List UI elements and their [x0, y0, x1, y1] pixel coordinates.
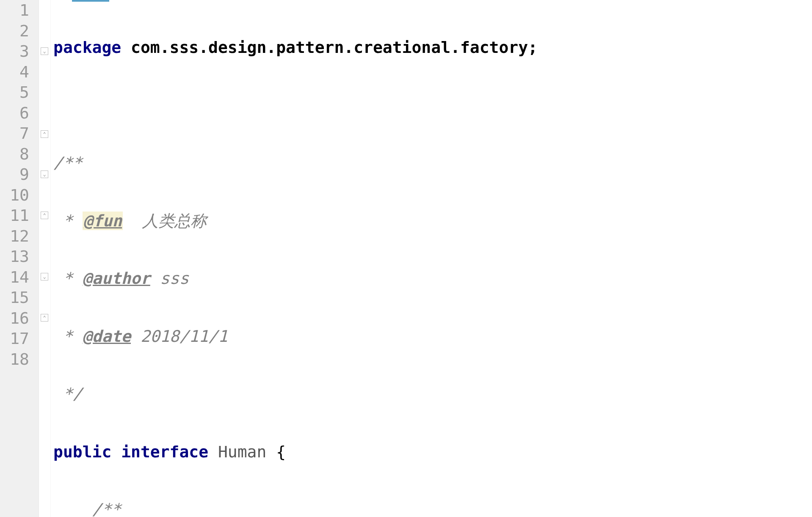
line-number[interactable]: 13	[0, 246, 29, 267]
line-number[interactable]: 12	[0, 226, 29, 247]
line-number[interactable]: 3	[0, 41, 29, 62]
fold-toggle-icon[interactable]	[41, 130, 48, 138]
fold-toggle-icon[interactable]	[41, 314, 48, 322]
line-number[interactable]: 2	[0, 21, 29, 41]
javadoc-tag-fun: @fun	[83, 212, 123, 230]
javadoc-text: 2018/11/1	[131, 327, 228, 346]
line-number-gutter: 1 2 3 4 5 6 7 8 9 10 11 12 13 14 15 16 1…	[0, 0, 39, 517]
code-line[interactable]: package com.sss.design.pattern.creationa…	[53, 37, 812, 58]
code-line[interactable]: * @fun 人类总称	[53, 211, 812, 231]
line-number[interactable]: 18	[0, 349, 29, 370]
keyword-interface: interface	[121, 443, 218, 461]
code-line[interactable]: * @author sss	[53, 268, 812, 289]
javadoc-open: /**	[53, 154, 83, 172]
line-number[interactable]: 16	[0, 308, 29, 329]
code-line[interactable]: public interface Human {	[53, 442, 812, 462]
fold-toggle-icon[interactable]	[41, 47, 48, 55]
code-editor[interactable]: package com.sss.design.pattern.creationa…	[51, 0, 812, 517]
line-number[interactable]: 7	[0, 123, 29, 144]
code-line[interactable]: /**	[53, 499, 812, 517]
fold-column	[39, 0, 51, 517]
line-number[interactable]: 11	[0, 205, 29, 226]
keyword-package: package	[53, 38, 121, 57]
code-line[interactable]: /**	[53, 153, 812, 173]
javadoc-open: /**	[53, 500, 121, 517]
javadoc-tag-author: @author	[83, 269, 150, 288]
line-number[interactable]: 9	[0, 164, 29, 185]
javadoc-text: sss	[150, 269, 189, 288]
fold-toggle-icon[interactable]	[41, 212, 48, 219]
line-number[interactable]: 15	[0, 287, 29, 308]
javadoc-close: */	[53, 385, 83, 403]
line-number[interactable]: 10	[0, 185, 29, 206]
line-number[interactable]: 17	[0, 328, 29, 349]
code-line[interactable]: */	[53, 384, 812, 404]
interface-name: Human	[218, 443, 276, 461]
top-indicator	[72, 0, 109, 2]
line-number[interactable]: 5	[0, 82, 29, 103]
javadoc-tag-date: @date	[83, 327, 131, 346]
package-path: com.sss.design.pattern.creational.factor…	[121, 38, 538, 57]
line-number[interactable]: 8	[0, 144, 29, 165]
javadoc-star: *	[53, 269, 83, 288]
fold-toggle-icon[interactable]	[41, 170, 48, 178]
line-number[interactable]: 4	[0, 62, 29, 82]
javadoc-star: *	[53, 212, 83, 230]
line-number[interactable]: 6	[0, 103, 29, 124]
code-line[interactable]: * @date 2018/11/1	[53, 326, 812, 347]
keyword-public: public	[53, 443, 121, 461]
code-line[interactable]	[53, 95, 812, 116]
brace-open: {	[276, 443, 286, 461]
fold-toggle-icon[interactable]	[41, 273, 48, 280]
line-number[interactable]: 14	[0, 267, 29, 288]
line-number[interactable]: 1	[0, 0, 29, 21]
javadoc-star: *	[53, 327, 83, 346]
javadoc-text: 人类总称	[123, 212, 207, 230]
